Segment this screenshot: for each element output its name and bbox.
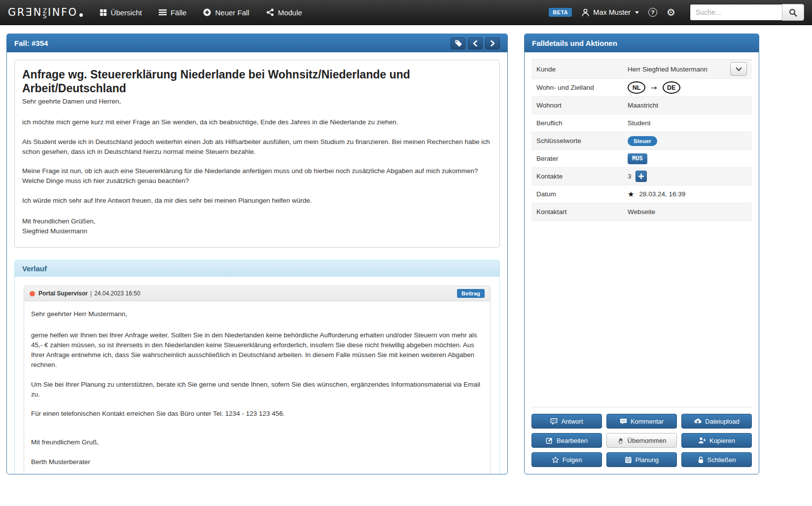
user-menu[interactable]: Max Muster	[581, 8, 639, 17]
wohnort-value: Maastricht	[628, 102, 658, 109]
kontakte-count: 3	[628, 173, 632, 180]
star-outline-icon	[552, 456, 559, 464]
message-paragraph: Als Student werde ich in Deutschland jed…	[22, 137, 492, 157]
user-plus-icon	[698, 437, 706, 444]
navbar-right: BETA Max Muster ? ⚙	[549, 4, 804, 21]
plus-icon	[638, 174, 644, 179]
details-table: Kunde Herr Siegfried Mustermann Wohn- un…	[531, 59, 752, 221]
star-icon: ★	[628, 190, 634, 199]
nav-item-module[interactable]: Module	[266, 8, 302, 17]
message-signature: Siegfried Mustermann	[22, 226, 492, 236]
chevron-left-icon	[472, 40, 478, 47]
message-paragraph: Ich würde mich sehr auf Ihre Antwort fre…	[22, 196, 492, 206]
case-panel-heading: Fall: #354	[7, 34, 507, 52]
history-entry: Portal Supervisor | 24.04.2023 16:50 Bei…	[24, 286, 491, 474]
kunde-dropdown-button[interactable]	[730, 62, 747, 76]
detail-row-schluesselworte: Schlüsselworte Steuer	[531, 132, 752, 150]
planung-button[interactable]: Planung	[606, 452, 677, 467]
brand-part2: INFO	[48, 6, 78, 18]
case-body: Anfrage wg. Steuererklärung Niederlande …	[7, 52, 507, 474]
folgen-button[interactable]: Folgen	[531, 452, 602, 467]
prev-case-button[interactable]	[468, 37, 483, 49]
entry-greeting: Sehr geehrter Herr Mustermann,	[31, 309, 483, 319]
detail-row-beruflich: Beruflich Student	[531, 114, 752, 132]
history-body: Portal Supervisor | 24.04.2023 16:50 Bei…	[15, 277, 499, 474]
gear-icon[interactable]: ⚙	[667, 7, 675, 17]
schliessen-button[interactable]: Schließen	[681, 452, 752, 467]
history-heading: Verlauf	[15, 260, 499, 277]
dateiupload-button[interactable]: Dateiupload	[681, 414, 752, 429]
search-icon	[789, 8, 797, 17]
modules-icon	[266, 8, 274, 16]
details-body: Kunde Herr Siegfried Mustermann Wohn- un…	[525, 52, 759, 474]
details-title: Falldetails und Aktionen	[532, 39, 617, 47]
detail-row-kontaktart: Kontaktart Webseite	[531, 203, 752, 221]
country-badge-nl: NL	[628, 81, 645, 94]
entry-separator: |	[90, 290, 92, 297]
message-text: Sehr geehrte Damen und Herren, ich möcht…	[22, 97, 492, 236]
comment-icon	[620, 418, 627, 425]
edit-icon	[546, 437, 553, 444]
next-case-button[interactable]	[485, 37, 500, 49]
search-input[interactable]	[690, 4, 782, 21]
add-kontakt-button[interactable]	[635, 171, 647, 182]
case-panel: Fall: #354 Anfrage wg. Steuererklärung N…	[6, 34, 508, 474]
beta-badge: BETA	[549, 8, 572, 17]
brand-part1: GRƎN	[8, 6, 42, 18]
kunde-value: Herr Siegfried Mustermann	[628, 66, 707, 73]
detail-row-berater: Berater MUS	[531, 150, 752, 168]
datum-value: 28.03.24, 16:39	[639, 190, 685, 198]
entry-body: Sehr geehrter Herr Mustermann, gerne hel…	[24, 301, 490, 474]
detail-row-laender: Wohn- und Zielland NL → DE	[531, 79, 752, 97]
bearbeiten-button[interactable]: Bearbeiten	[531, 433, 602, 448]
entry-closing: Mit freundlichem Gruß,	[31, 437, 483, 447]
status-dot-icon	[30, 291, 35, 296]
country-badge-de: DE	[663, 81, 680, 94]
entry-signature: Berth Musterberater	[31, 457, 483, 467]
nav-item-uebersicht[interactable]: Übersicht	[100, 8, 142, 17]
detail-row-wohnort: Wohnort Maastricht	[531, 97, 752, 114]
detail-row-datum: Datum ★ 28.03.24, 16:39	[531, 185, 752, 203]
berater-badge[interactable]: MUS	[628, 153, 647, 164]
entry-header: Portal Supervisor | 24.04.2023 16:50 Bei…	[24, 286, 490, 301]
entry-paragraph: gerne helfen wir Ihnen bei Ihrer Anfrage…	[31, 330, 483, 370]
case-message: Anfrage wg. Steuererklärung Niederlande …	[14, 60, 500, 248]
kopieren-button[interactable]: Kopieren	[681, 433, 752, 448]
entry-paragraph: Für einen telefonischen Kontakt erreiche…	[31, 409, 483, 419]
antwort-button[interactable]: Antwort	[531, 414, 602, 429]
details-panel: Falldetails und Aktionen Kunde Herr Sieg…	[524, 34, 759, 474]
tag-icon	[455, 39, 462, 47]
lock-icon	[698, 456, 704, 464]
help-icon[interactable]: ?	[648, 8, 657, 17]
list-icon	[159, 9, 167, 16]
uebernommen-button[interactable]: Übernommen	[606, 433, 677, 448]
case-title: Fall: #354	[14, 39, 48, 47]
details-panel-heading: Falldetails und Aktionen	[525, 34, 759, 52]
kontaktart-value: Webseite	[628, 208, 655, 216]
comment-outline-icon	[550, 418, 558, 425]
keyword-tag[interactable]: Steuer	[628, 136, 657, 146]
nav-item-faelle[interactable]: Fälle	[159, 8, 187, 17]
beruflich-value: Student	[628, 119, 651, 127]
search-button[interactable]	[782, 4, 804, 21]
tags-button[interactable]	[451, 37, 465, 49]
entry-paragraph: Um Sie bei Ihrer Planung zu unterstützen…	[31, 380, 483, 400]
brand-logo[interactable]: GRƎNZSINFO	[8, 6, 83, 18]
detail-row-kunde: Kunde Herr Siegfried Mustermann	[531, 60, 752, 79]
kommentar-button[interactable]: Kommentar	[606, 414, 677, 429]
nav-item-neuer-fall[interactable]: Neuer Fall	[203, 8, 249, 17]
entry-author: Portal Supervisor	[38, 290, 88, 297]
message-title: Anfrage wg. Steuererklärung Niederlande …	[22, 68, 492, 95]
grid-icon	[100, 9, 107, 16]
action-buttons: Antwort Kommentar Dateiupload Bearbeiten	[531, 407, 752, 474]
message-paragraph: ich möchte mich gerne kurz mit einer Fra…	[22, 117, 492, 127]
user-name: Max Muster	[593, 8, 631, 16]
message-greeting: Sehr geehrte Damen und Herren,	[22, 97, 492, 107]
detail-row-kontakte: Kontakte 3	[531, 168, 752, 185]
calendar-icon	[625, 456, 632, 464]
cloud-upload-icon	[694, 418, 702, 425]
message-closing: Mit freundlichen Grüßen,	[22, 217, 492, 226]
main-menu: Übersicht Fälle Neuer Fall Module	[100, 8, 302, 17]
case-heading-buttons	[451, 37, 500, 49]
entry-type-badge[interactable]: Beitrag	[457, 289, 485, 298]
